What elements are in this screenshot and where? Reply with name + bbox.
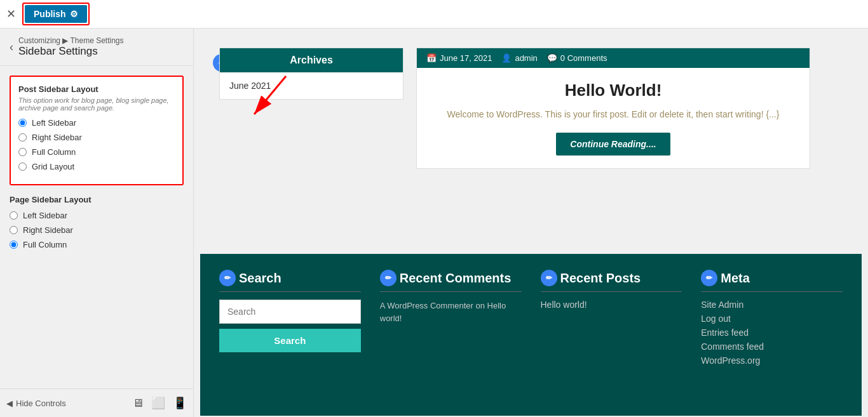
footer-recent-posts-title: ✏ Recent Posts xyxy=(541,270,682,286)
footer-recent-comments-title: ✏ Recent Comments xyxy=(380,270,522,286)
post-grid-layout-label: Grid Layout xyxy=(32,162,74,171)
post-grid-layout-option[interactable]: Grid Layout xyxy=(18,162,175,171)
recent-post-link[interactable]: Hello world! xyxy=(541,300,682,310)
search-edit-circle[interactable]: ✏ xyxy=(219,270,236,286)
post-right-sidebar-label: Right Sidebar xyxy=(32,133,82,142)
tablet-icon[interactable]: ⬜ xyxy=(151,396,165,410)
recent-posts-divider xyxy=(541,291,682,292)
publish-label: Publish xyxy=(34,9,66,19)
post-sidebar-title: Post Sidebar Layout xyxy=(18,84,175,94)
desktop-icon[interactable]: 🖥 xyxy=(132,396,144,410)
device-icons: 🖥 ⬜ 📱 xyxy=(132,396,187,410)
footer-search-widget: ✏ Search Search xyxy=(219,270,361,400)
calendar-icon: 📅 xyxy=(426,53,437,63)
footer-recent-comments-widget: ✏ Recent Comments A WordPress Commenter … xyxy=(380,270,522,400)
page-left-sidebar-label: Left Sidebar xyxy=(23,211,67,220)
post-title: Hello World! xyxy=(430,81,797,100)
gear-icon: ⚙ xyxy=(70,9,78,19)
post-sidebar-section: Post Sidebar Layout This option work for… xyxy=(10,76,184,185)
post-date-text: June 17, 2021 xyxy=(440,53,492,63)
meta-title-text: Meta xyxy=(721,271,750,286)
publish-button-wrapper: Publish ⚙ xyxy=(22,3,90,25)
search-button[interactable]: Search xyxy=(219,329,361,352)
archives-widget: Archives June 2021 xyxy=(219,48,403,100)
page-sidebar-title: Page Sidebar Layout xyxy=(10,195,184,204)
page-left-sidebar-option[interactable]: Left Sidebar xyxy=(10,211,184,220)
post-left-sidebar-label: Left Sidebar xyxy=(32,118,76,128)
preview-wrapper: ✏ Archives June 2021 xyxy=(200,35,862,416)
breadcrumb: Customizing ▶ Theme Settings xyxy=(18,36,124,45)
bottom-bar: ◀ Hide Controls 🖥 ⬜ 📱 xyxy=(0,388,193,417)
post-body: Hello World! Welcome to WordPress. This … xyxy=(417,68,810,168)
post-full-column-option[interactable]: Full Column xyxy=(18,147,175,157)
preview-area: ✏ Archives June 2021 xyxy=(194,29,868,417)
post-meta-bar: 📅 June 17, 2021 👤 admin 💬 0 Comments xyxy=(417,48,810,68)
meta-logout-link[interactable]: Log out xyxy=(701,314,843,324)
panel-header: ‹ Customizing ▶ Theme Settings Sidebar S… xyxy=(0,29,193,66)
breadcrumb-section: Customizing ▶ Theme Settings Sidebar Set… xyxy=(18,36,124,58)
footer-meta-widget: ✏ Meta Site Admin Log out Entries feed C… xyxy=(701,270,843,400)
recent-posts-edit-circle[interactable]: ✏ xyxy=(541,270,557,286)
post-author: 👤 admin xyxy=(501,53,537,63)
recent-posts-title-text: Recent Posts xyxy=(560,271,641,286)
post-right-sidebar-option[interactable]: Right Sidebar xyxy=(18,133,175,142)
meta-site-admin-link[interactable]: Site Admin xyxy=(701,300,843,310)
left-panel: ‹ Customizing ▶ Theme Settings Sidebar S… xyxy=(0,29,194,417)
recent-comments-text: A WordPress Commenter on Hello world! xyxy=(380,300,522,324)
panel-content: Post Sidebar Layout This option work for… xyxy=(0,66,193,388)
meta-entries-feed-link[interactable]: Entries feed xyxy=(701,328,843,338)
hide-controls-label: Hide Controls xyxy=(16,399,66,408)
footer-meta-title: ✏ Meta xyxy=(701,270,843,286)
post-comments: 💬 0 Comments xyxy=(547,53,607,63)
hide-controls[interactable]: ◀ Hide Controls xyxy=(6,399,66,408)
post-comments-text: 0 Comments xyxy=(560,53,607,63)
publish-button[interactable]: Publish ⚙ xyxy=(25,5,87,23)
post-left-sidebar-option[interactable]: Left Sidebar xyxy=(18,118,175,128)
post-full-column-label: Full Column xyxy=(32,147,76,157)
blog-post-card: 📅 June 17, 2021 👤 admin 💬 0 Comments Hel… xyxy=(416,48,810,169)
top-bar: ✕ Publish ⚙ xyxy=(0,0,868,29)
page-sidebar-section: Page Sidebar Layout Left Sidebar Right S… xyxy=(10,195,184,249)
footer-area: ✏ Search Search ✏ Recent Comments xyxy=(200,254,862,416)
page-right-sidebar-option[interactable]: Right Sidebar xyxy=(10,225,184,235)
post-sidebar-desc: This option work for blog page, blog sin… xyxy=(18,96,175,112)
recent-comments-title-text: Recent Comments xyxy=(400,271,512,286)
post-excerpt: Welcome to WordPress. This is your first… xyxy=(430,108,797,121)
main-layout: ‹ Customizing ▶ Theme Settings Sidebar S… xyxy=(0,29,868,417)
search-title-text: Search xyxy=(239,271,281,286)
post-date: 📅 June 17, 2021 xyxy=(426,53,492,63)
meta-wordpress-link[interactable]: WordPress.org xyxy=(701,355,843,366)
footer-search-title: ✏ Search xyxy=(219,270,361,286)
mobile-icon[interactable]: 📱 xyxy=(173,396,187,410)
meta-divider xyxy=(701,291,843,292)
search-input-wrap: Search xyxy=(219,300,361,352)
page-full-column-option[interactable]: Full Column xyxy=(10,240,184,249)
post-author-text: admin xyxy=(515,53,537,63)
archives-body: June 2021 xyxy=(220,72,403,99)
hide-controls-icon: ◀ xyxy=(6,399,13,408)
close-button[interactable]: ✕ xyxy=(6,7,16,21)
search-input[interactable] xyxy=(219,300,361,324)
recent-comments-edit-circle[interactable]: ✏ xyxy=(380,270,397,286)
footer-recent-posts-widget: ✏ Recent Posts Hello world! xyxy=(541,270,682,400)
comment-icon: 💬 xyxy=(547,53,557,63)
page-right-sidebar-label: Right Sidebar xyxy=(23,225,73,235)
continue-reading-button[interactable]: Continue Reading.... xyxy=(556,133,670,156)
back-button[interactable]: ‹ xyxy=(10,41,13,54)
page-full-column-label: Full Column xyxy=(23,240,67,249)
archives-header: Archives xyxy=(220,48,403,72)
panel-title: Sidebar Settings xyxy=(18,45,124,58)
archives-month-link[interactable]: June 2021 xyxy=(229,81,271,91)
meta-edit-circle[interactable]: ✏ xyxy=(701,270,717,286)
recent-comments-divider xyxy=(380,291,522,292)
meta-comments-feed-link[interactable]: Comments feed xyxy=(701,341,843,352)
user-icon: 👤 xyxy=(501,53,512,63)
search-divider xyxy=(219,291,361,292)
